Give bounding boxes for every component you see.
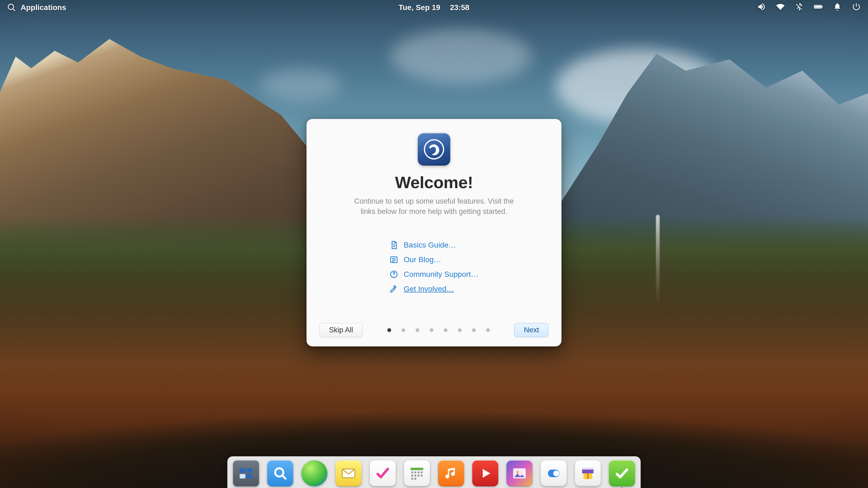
panel-date[interactable]: Tue, Sep 19	[399, 3, 440, 12]
dock-photos[interactable]	[506, 460, 532, 486]
dock-files[interactable]	[267, 460, 293, 486]
dock-mail[interactable]	[336, 460, 362, 486]
svg-rect-14	[411, 471, 413, 474]
svg-rect-8	[247, 468, 252, 473]
svg-rect-23	[414, 478, 416, 480]
volume-icon	[757, 2, 766, 11]
help-links: Basics Guide… Our Blog… Community Suppor…	[390, 240, 478, 293]
news-icon	[390, 255, 398, 264]
svg-rect-29	[582, 468, 593, 469]
dialog-subtitle: Continue to set up some useful features.…	[347, 196, 521, 217]
svg-rect-16	[417, 471, 420, 474]
dock-appcenter[interactable]	[575, 460, 601, 486]
bluetooth-indicator[interactable]	[795, 2, 804, 13]
dock-calendar[interactable]	[404, 460, 430, 486]
page-dot[interactable]	[486, 328, 490, 332]
svg-rect-15	[414, 471, 416, 474]
svg-rect-7	[240, 468, 246, 473]
dock-videos[interactable]	[472, 460, 498, 486]
dock-tasks[interactable]	[370, 460, 396, 486]
page-dot[interactable]	[458, 328, 462, 332]
distributor-logo-icon	[418, 133, 450, 166]
page-dot[interactable]	[415, 328, 420, 332]
battery-indicator[interactable]	[814, 2, 823, 13]
dock-web-browser[interactable]	[301, 460, 328, 486]
svg-rect-31	[589, 474, 592, 479]
wifi-icon	[776, 2, 785, 11]
svg-rect-20	[417, 475, 420, 477]
search-icon	[7, 3, 16, 12]
link-our-blog[interactable]: Our Blog…	[390, 255, 478, 264]
dialog-title: Welcome!	[395, 173, 473, 192]
svg-rect-2	[822, 6, 823, 7]
dock-multitasking-view[interactable]	[233, 460, 259, 486]
svg-rect-21	[421, 475, 423, 477]
svg-point-3	[425, 140, 443, 159]
skip-all-button[interactable]: Skip All	[319, 323, 363, 337]
link-basics-guide[interactable]: Basics Guide…	[390, 240, 478, 249]
battery-full-icon	[814, 2, 823, 11]
onboarding-dialog: Welcome! Continue to set up some useful …	[307, 119, 561, 347]
network-indicator[interactable]	[776, 2, 785, 13]
next-button[interactable]: Next	[514, 323, 549, 337]
bell-icon	[833, 2, 842, 11]
svg-rect-13	[411, 468, 424, 470]
svg-point-6	[394, 276, 394, 276]
svg-rect-17	[421, 471, 423, 474]
session-indicator[interactable]	[852, 2, 861, 13]
notifications-indicator[interactable]	[833, 2, 842, 13]
dock-system-settings[interactable]	[540, 460, 567, 486]
dock-music[interactable]	[438, 460, 464, 486]
applications-label: Applications	[21, 3, 66, 12]
svg-rect-19	[414, 475, 416, 477]
dock-installer[interactable]	[609, 460, 635, 486]
svg-point-25	[516, 471, 519, 474]
svg-rect-30	[584, 474, 587, 479]
panel-time[interactable]: 23:58	[450, 3, 469, 12]
link-label: Community Support…	[404, 270, 478, 279]
link-label: Get Involved…	[404, 284, 454, 293]
page-dot[interactable]	[388, 328, 391, 332]
top-panel: Applications Tue, Sep 19 23:58	[0, 0, 868, 15]
svg-rect-0	[815, 6, 821, 8]
svg-rect-9	[240, 474, 246, 478]
link-community-support[interactable]: Community Support…	[390, 270, 478, 279]
page-dot[interactable]	[430, 328, 433, 332]
document-icon	[390, 240, 398, 249]
page-dot[interactable]	[444, 328, 447, 332]
svg-rect-10	[247, 474, 252, 478]
page-dot[interactable]	[401, 328, 405, 332]
svg-rect-32	[587, 474, 589, 479]
hammer-icon	[390, 284, 398, 293]
link-get-involved[interactable]: Get Involved…	[390, 284, 478, 293]
svg-rect-22	[411, 478, 413, 480]
page-dot[interactable]	[472, 328, 476, 332]
power-icon	[852, 2, 861, 11]
svg-rect-18	[411, 475, 413, 477]
link-label: Our Blog…	[404, 255, 441, 264]
svg-point-27	[553, 470, 559, 476]
bluetooth-disabled-icon	[795, 2, 804, 11]
page-indicator	[388, 328, 490, 332]
applications-menu[interactable]: Applications	[7, 3, 66, 12]
volume-indicator[interactable]	[757, 2, 766, 13]
link-label: Basics Guide…	[404, 240, 456, 249]
help-icon	[390, 270, 398, 279]
dock	[227, 456, 641, 488]
